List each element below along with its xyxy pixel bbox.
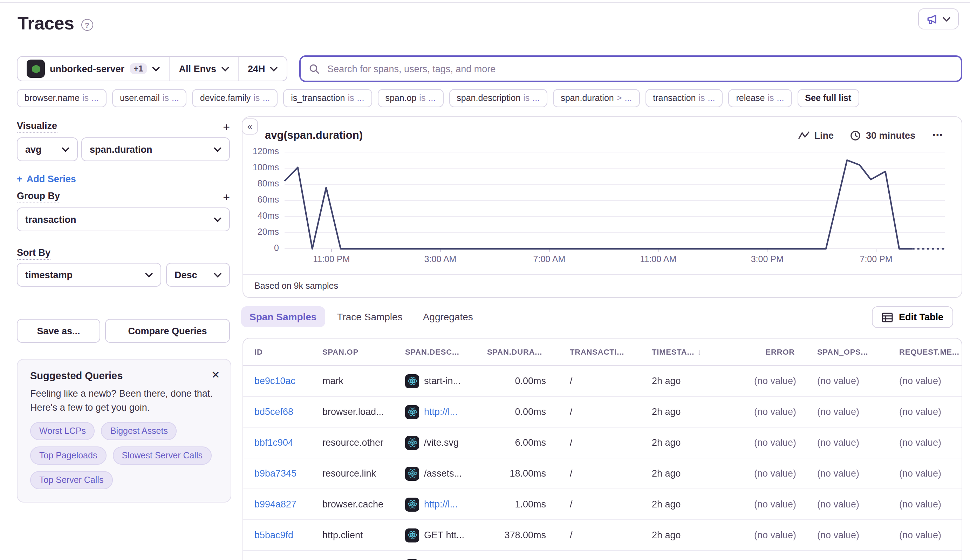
table-row-be9c10ac: be9c10ac mark start-in... 0.00ms / 2h ag… [243,366,962,397]
span-id-link[interactable]: b994a827 [254,499,297,510]
filter-chip[interactable]: user.email is ... [112,89,187,107]
filter-chip[interactable]: browser.name is ... [17,89,107,107]
span-description[interactable]: http://l... [424,499,458,510]
chevron-down-icon [270,66,278,71]
collapse-sidebar-button[interactable]: « [242,118,258,135]
add-visualize-icon[interactable]: + [223,121,230,133]
tab-span-samples[interactable]: Span Samples [241,306,325,327]
timestamp[interactable]: 2h ago [652,437,681,448]
suggested-query-chip[interactable]: Top Server Calls [30,471,112,489]
page-title: Traces [18,13,74,34]
project-selector[interactable]: unborked-server +1 [18,57,169,81]
timestamp[interactable]: 2h ago [652,530,681,540]
filter-chip[interactable]: span.op is ... [377,89,443,107]
filter-chip[interactable]: device.family is ... [192,89,278,107]
filter-chip[interactable]: release is ... [728,89,792,107]
search-bar[interactable] [299,55,962,82]
column-header[interactable]: TRANSACTI... [558,348,641,356]
search-icon [309,63,320,74]
timestamp[interactable]: 2h ago [652,407,681,417]
filter-chip[interactable]: is_transaction is ... [283,89,372,107]
react-icon [405,405,419,419]
interval-selector[interactable]: 30 minutes [850,130,915,140]
see-full-list-button[interactable]: See full list [797,89,859,107]
nodejs-project-icon [27,60,45,78]
chart-title: avg(span.duration) [265,129,363,142]
span-description[interactable]: start-in... [424,376,461,386]
date-range-selector[interactable]: 24H [238,57,287,81]
chart-type-toggle[interactable]: Line [798,130,834,140]
y-axis-label: 20ms [258,227,279,237]
save-as-button[interactable]: Save as... [17,319,100,343]
span-id-link[interactable]: b5bac9fd [254,530,293,540]
column-header[interactable]: ERROR [743,348,806,356]
span-description[interactable]: http://l... [424,407,458,417]
chevron-down-icon [221,66,229,71]
span-id-link[interactable]: bd5cef68 [254,407,293,417]
filter-chip[interactable]: span.description is ... [449,89,547,107]
chart-plot [285,152,945,249]
react-icon [405,436,419,450]
x-axis-label: 11:00 AM [627,254,690,264]
sort-direction-select[interactable]: Desc [166,263,230,287]
span-id-link[interactable]: bbf1c904 [254,437,293,448]
column-header[interactable]: SPAN.OP [311,348,394,356]
y-axis-label: 60ms [258,195,279,205]
suggested-query-chip[interactable]: Worst LCPs [30,422,95,440]
chart-y-axis: 020ms40ms60ms80ms100ms120ms [243,152,279,249]
timestamp[interactable]: 2h ago [652,499,681,510]
suggested-chip-list: Worst LCPsBiggest AssetsTop PageloadsSlo… [30,422,218,489]
span-description[interactable]: /vite.svg [424,437,459,448]
filter-chip[interactable]: span.duration > ... [553,89,640,107]
help-icon[interactable]: ? [81,19,93,31]
suggested-query-chip[interactable]: Biggest Assets [101,422,177,440]
column-header[interactable]: SPAN.DURA... [476,348,558,356]
suggested-query-chip[interactable]: Top Pageloads [30,447,106,465]
environment-selector[interactable]: All Envs [169,57,238,81]
tab-trace-samples[interactable]: Trace Samples [328,306,411,327]
chevron-down-icon [214,272,222,277]
sample-count-note: Based on 9k samples [243,274,962,297]
suggested-queries-body: Feeling like a newb? Been there, done th… [30,387,218,414]
sort-field-select[interactable]: timestamp [17,263,161,287]
chevron-down-icon [214,147,222,152]
group-by-select[interactable]: transaction [17,207,230,231]
span-description[interactable]: GET htt... [424,530,464,540]
add-series-button[interactable]: + Add Series [17,172,230,185]
tab-aggregates[interactable]: Aggregates [415,306,482,327]
column-header[interactable]: SPAN.DESC... [394,348,476,356]
whats-new-button[interactable] [918,8,959,30]
span-description[interactable]: /assets... [424,468,462,479]
chevron-down-icon [145,272,153,277]
timestamp[interactable]: 2h ago [652,376,681,386]
aggregate-select[interactable]: avg [17,137,78,161]
span-id-link[interactable]: be9c10ac [254,376,295,386]
x-axis-label: 11:00 PM [300,254,363,264]
add-group-by-icon[interactable]: + [223,191,230,203]
close-icon[interactable]: ✕ [211,369,220,381]
plus-icon: + [17,173,22,184]
x-axis-label: 3:00 PM [735,254,798,264]
compare-queries-button[interactable]: Compare Queries [105,319,230,343]
table-row-b41bfb26: b41bfb26 resource.ifra... https://... 27… [243,551,962,560]
results-tabs: Span SamplesTrace SamplesAggregates [241,306,482,327]
timestamp[interactable]: 2h ago [652,468,681,479]
column-header[interactable]: ID [243,348,311,356]
column-header[interactable]: TIMESTA... ↓ [641,347,743,357]
y-axis-label: 40ms [258,211,279,221]
search-input[interactable] [326,63,952,75]
chart-menu-button[interactable]: ⋯ [932,129,943,142]
sort-desc-icon: ↓ [697,347,702,357]
span-id-link[interactable]: b9ba7345 [254,468,297,479]
column-header[interactable]: SPAN_OPS... [806,348,888,356]
field-select[interactable]: span.duration [81,137,230,161]
page-filter-bar: unborked-server +1 All Envs 24H [17,56,288,81]
project-extra-count: +1 [129,63,147,74]
table-row-bbf1c904: bbf1c904 resource.other /vite.svg 6.00ms… [243,428,962,458]
x-axis-label: 3:00 AM [409,254,472,264]
suggested-query-chip[interactable]: Slowest Server Calls [112,447,212,465]
edit-table-button[interactable]: Edit Table [872,306,953,328]
filter-chip[interactable]: transaction is ... [645,89,723,107]
filter-chip-row: browser.name is ... user.email is ... de… [17,89,963,107]
column-header[interactable]: REQUEST.ME... [888,348,962,356]
